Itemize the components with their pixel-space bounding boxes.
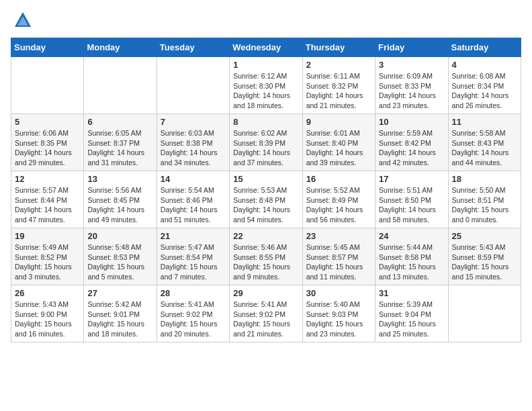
calendar-week-row: 5Sunrise: 6:06 AM Sunset: 8:35 PM Daylig…	[11, 114, 521, 171]
logo	[11, 11, 32, 30]
calendar-cell: 3Sunrise: 6:09 AM Sunset: 8:33 PM Daylig…	[375, 57, 448, 114]
calendar-cell: 27Sunrise: 5:42 AM Sunset: 9:01 PM Dayli…	[84, 285, 157, 342]
calendar-cell: 23Sunrise: 5:45 AM Sunset: 8:57 PM Dayli…	[302, 228, 375, 285]
day-info: Sunrise: 5:54 AM Sunset: 8:46 PM Dayligh…	[161, 185, 226, 225]
calendar-cell: 16Sunrise: 5:52 AM Sunset: 8:49 PM Dayli…	[302, 171, 375, 228]
day-number: 17	[379, 174, 444, 184]
day-number: 20	[87, 231, 152, 241]
day-number: 30	[306, 288, 371, 298]
calendar-cell: 11Sunrise: 5:58 AM Sunset: 8:43 PM Dayli…	[448, 114, 521, 171]
day-number: 12	[15, 174, 80, 184]
day-info: Sunrise: 5:43 AM Sunset: 8:59 PM Dayligh…	[452, 242, 517, 282]
day-info: Sunrise: 5:58 AM Sunset: 8:43 PM Dayligh…	[452, 128, 517, 168]
day-info: Sunrise: 5:43 AM Sunset: 9:00 PM Dayligh…	[15, 300, 80, 339]
day-number: 7	[161, 117, 226, 127]
page-header	[11, 11, 521, 30]
day-info: Sunrise: 5:53 AM Sunset: 8:48 PM Dayligh…	[233, 185, 298, 225]
calendar-header-tuesday: Tuesday	[157, 38, 229, 57]
calendar-cell: 15Sunrise: 5:53 AM Sunset: 8:48 PM Dayli…	[230, 171, 302, 228]
day-info: Sunrise: 6:02 AM Sunset: 8:39 PM Dayligh…	[233, 128, 298, 168]
calendar-cell: 31Sunrise: 5:39 AM Sunset: 9:04 PM Dayli…	[375, 285, 448, 342]
day-info: Sunrise: 5:45 AM Sunset: 8:57 PM Dayligh…	[306, 242, 371, 282]
day-info: Sunrise: 6:03 AM Sunset: 8:38 PM Dayligh…	[161, 128, 226, 168]
calendar-header-row: SundayMondayTuesdayWednesdayThursdayFrid…	[11, 38, 521, 57]
day-info: Sunrise: 5:39 AM Sunset: 9:04 PM Dayligh…	[379, 300, 444, 339]
calendar-cell: 30Sunrise: 5:40 AM Sunset: 9:03 PM Dayli…	[302, 285, 375, 342]
calendar-cell	[11, 57, 84, 114]
day-info: Sunrise: 5:56 AM Sunset: 8:45 PM Dayligh…	[87, 185, 152, 225]
calendar-cell: 10Sunrise: 5:59 AM Sunset: 8:42 PM Dayli…	[375, 114, 448, 171]
calendar-cell: 28Sunrise: 5:41 AM Sunset: 9:02 PM Dayli…	[157, 285, 229, 342]
day-number: 6	[87, 117, 152, 127]
day-number: 13	[87, 174, 152, 184]
day-info: Sunrise: 5:41 AM Sunset: 9:02 PM Dayligh…	[161, 300, 226, 339]
calendar-header-sunday: Sunday	[11, 38, 84, 57]
day-info: Sunrise: 5:46 AM Sunset: 8:55 PM Dayligh…	[233, 242, 298, 282]
day-number: 21	[161, 231, 226, 241]
day-info: Sunrise: 5:40 AM Sunset: 9:03 PM Dayligh…	[306, 300, 371, 339]
day-number: 24	[379, 231, 444, 241]
calendar-cell: 25Sunrise: 5:43 AM Sunset: 8:59 PM Dayli…	[448, 228, 521, 285]
calendar-table: SundayMondayTuesdayWednesdayThursdayFrid…	[11, 38, 521, 342]
calendar-cell: 29Sunrise: 5:41 AM Sunset: 9:02 PM Dayli…	[230, 285, 302, 342]
day-info: Sunrise: 5:49 AM Sunset: 8:52 PM Dayligh…	[15, 242, 80, 282]
day-info: Sunrise: 5:59 AM Sunset: 8:42 PM Dayligh…	[379, 128, 444, 168]
calendar-cell: 2Sunrise: 6:11 AM Sunset: 8:32 PM Daylig…	[302, 57, 375, 114]
calendar-cell: 19Sunrise: 5:49 AM Sunset: 8:52 PM Dayli…	[11, 228, 84, 285]
day-info: Sunrise: 6:12 AM Sunset: 8:30 PM Dayligh…	[233, 71, 298, 111]
calendar-cell: 6Sunrise: 6:05 AM Sunset: 8:37 PM Daylig…	[84, 114, 157, 171]
day-number: 25	[452, 231, 517, 241]
calendar-cell: 1Sunrise: 6:12 AM Sunset: 8:30 PM Daylig…	[230, 57, 302, 114]
calendar-cell	[448, 285, 521, 342]
day-number: 1	[233, 60, 298, 70]
day-number: 28	[161, 288, 226, 298]
day-info: Sunrise: 6:11 AM Sunset: 8:32 PM Dayligh…	[306, 71, 371, 111]
calendar-cell: 7Sunrise: 6:03 AM Sunset: 8:38 PM Daylig…	[157, 114, 229, 171]
calendar-week-row: 26Sunrise: 5:43 AM Sunset: 9:00 PM Dayli…	[11, 285, 521, 342]
day-info: Sunrise: 5:41 AM Sunset: 9:02 PM Dayligh…	[233, 300, 298, 339]
calendar-cell: 20Sunrise: 5:48 AM Sunset: 8:53 PM Dayli…	[84, 228, 157, 285]
day-info: Sunrise: 5:48 AM Sunset: 8:53 PM Dayligh…	[87, 242, 152, 282]
day-number: 2	[306, 60, 371, 70]
day-number: 10	[379, 117, 444, 127]
day-info: Sunrise: 5:47 AM Sunset: 8:54 PM Dayligh…	[161, 242, 226, 282]
calendar-cell: 4Sunrise: 6:08 AM Sunset: 8:34 PM Daylig…	[448, 57, 521, 114]
day-number: 15	[233, 174, 298, 184]
day-number: 22	[233, 231, 298, 241]
day-info: Sunrise: 5:51 AM Sunset: 8:50 PM Dayligh…	[379, 185, 444, 225]
day-number: 16	[306, 174, 371, 184]
day-info: Sunrise: 5:42 AM Sunset: 9:01 PM Dayligh…	[87, 300, 152, 339]
calendar-cell: 14Sunrise: 5:54 AM Sunset: 8:46 PM Dayli…	[157, 171, 229, 228]
day-number: 18	[452, 174, 517, 184]
day-number: 19	[15, 231, 80, 241]
day-number: 31	[379, 288, 444, 298]
calendar-header-saturday: Saturday	[448, 38, 521, 57]
calendar-week-row: 1Sunrise: 6:12 AM Sunset: 8:30 PM Daylig…	[11, 57, 521, 114]
day-number: 8	[233, 117, 298, 127]
day-info: Sunrise: 5:52 AM Sunset: 8:49 PM Dayligh…	[306, 185, 371, 225]
day-info: Sunrise: 6:06 AM Sunset: 8:35 PM Dayligh…	[15, 128, 80, 168]
day-info: Sunrise: 6:09 AM Sunset: 8:33 PM Dayligh…	[379, 71, 444, 111]
calendar-cell: 17Sunrise: 5:51 AM Sunset: 8:50 PM Dayli…	[375, 171, 448, 228]
calendar-cell	[157, 57, 229, 114]
calendar-header-wednesday: Wednesday	[230, 38, 302, 57]
calendar-header-monday: Monday	[84, 38, 157, 57]
day-number: 4	[452, 60, 517, 70]
day-info: Sunrise: 6:01 AM Sunset: 8:40 PM Dayligh…	[306, 128, 371, 168]
day-number: 26	[15, 288, 80, 298]
calendar-cell: 12Sunrise: 5:57 AM Sunset: 8:44 PM Dayli…	[11, 171, 84, 228]
calendar-cell	[84, 57, 157, 114]
calendar-week-row: 19Sunrise: 5:49 AM Sunset: 8:52 PM Dayli…	[11, 228, 521, 285]
calendar-cell: 26Sunrise: 5:43 AM Sunset: 9:00 PM Dayli…	[11, 285, 84, 342]
day-number: 11	[452, 117, 517, 127]
day-number: 9	[306, 117, 371, 127]
day-number: 3	[379, 60, 444, 70]
calendar-cell: 13Sunrise: 5:56 AM Sunset: 8:45 PM Dayli…	[84, 171, 157, 228]
day-number: 29	[233, 288, 298, 298]
day-number: 27	[87, 288, 152, 298]
day-number: 23	[306, 231, 371, 241]
day-info: Sunrise: 6:08 AM Sunset: 8:34 PM Dayligh…	[452, 71, 517, 111]
calendar-week-row: 12Sunrise: 5:57 AM Sunset: 8:44 PM Dayli…	[11, 171, 521, 228]
calendar-cell: 8Sunrise: 6:02 AM Sunset: 8:39 PM Daylig…	[230, 114, 302, 171]
calendar-cell: 21Sunrise: 5:47 AM Sunset: 8:54 PM Dayli…	[157, 228, 229, 285]
